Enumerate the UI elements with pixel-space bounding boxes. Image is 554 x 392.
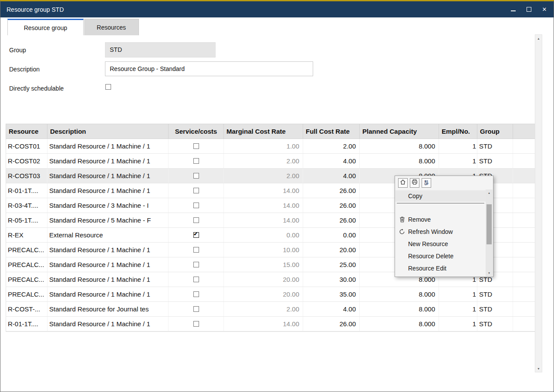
service-costs-checkbox[interactable] bbox=[193, 291, 199, 297]
description-input[interactable] bbox=[105, 61, 313, 76]
cell-marginal: 15.00 bbox=[224, 257, 303, 272]
cell-full: 25.00 bbox=[303, 257, 360, 272]
menu-item-label: Resource Edit bbox=[408, 265, 446, 272]
service-costs-checkbox[interactable] bbox=[193, 247, 199, 253]
service-costs-checkbox[interactable] bbox=[193, 306, 199, 312]
title-bar[interactable]: Resource group STD ✕ bbox=[0, 1, 554, 17]
menu-item-copy[interactable]: Copy bbox=[395, 190, 486, 202]
service-costs-checkbox[interactable] bbox=[193, 173, 199, 179]
menu-item-resource-edit[interactable]: Resource Edit bbox=[395, 262, 486, 274]
cell-service bbox=[169, 257, 224, 272]
cell-marginal: 2.00 bbox=[224, 169, 303, 183]
service-costs-checkbox[interactable] bbox=[193, 277, 199, 282]
close-button[interactable]: ✕ bbox=[541, 7, 547, 13]
table-row[interactable]: PRECALC...Standard Resource / 1 Machine … bbox=[6, 287, 539, 302]
cell-resource: R-COST02 bbox=[6, 154, 47, 168]
cell-empl: 1 bbox=[439, 139, 477, 153]
home-icon bbox=[400, 179, 406, 187]
menu-item-new-resource[interactable]: New Resource bbox=[395, 238, 486, 250]
service-costs-checkbox[interactable] bbox=[193, 321, 199, 327]
menu-item-refresh-window[interactable]: Refresh Window bbox=[395, 226, 486, 238]
menu-scroll-up-icon[interactable]: ▲ bbox=[486, 189, 493, 196]
cell-marginal: 14.00 bbox=[224, 183, 303, 198]
service-costs-checkbox[interactable] bbox=[193, 188, 199, 193]
cell-service bbox=[169, 213, 224, 227]
scroll-down-icon[interactable]: ▼ bbox=[535, 365, 542, 372]
cell-marginal: 2.00 bbox=[224, 154, 303, 168]
maximize-icon bbox=[527, 7, 531, 12]
vertical-scrollbar[interactable]: ▲ ▼ bbox=[535, 34, 542, 372]
cell-group: STD bbox=[477, 154, 513, 168]
service-costs-checkbox[interactable] bbox=[193, 262, 199, 267]
menu-item-label: New Resource bbox=[408, 240, 448, 247]
description-label: Description bbox=[9, 66, 40, 73]
cell-service bbox=[169, 317, 224, 331]
cell-marginal: 0.00 bbox=[224, 228, 303, 242]
column-header-empl-no[interactable]: Empl/No. bbox=[439, 124, 477, 139]
service-costs-checkbox[interactable] bbox=[193, 203, 199, 208]
refresh-icon bbox=[399, 228, 405, 235]
menu-scroll-thumb[interactable] bbox=[486, 204, 492, 244]
cell-full: 4.00 bbox=[303, 302, 360, 316]
menu-scroll-down-icon[interactable]: ▼ bbox=[486, 270, 493, 276]
b1up-button[interactable]: B1 UP bbox=[422, 178, 431, 188]
home-button[interactable] bbox=[398, 178, 408, 188]
cell-full: 4.00 bbox=[303, 169, 360, 183]
menu-item-resource-delete[interactable]: Resource Delete bbox=[395, 250, 486, 262]
trash-icon bbox=[399, 216, 405, 223]
service-costs-checkbox[interactable] bbox=[193, 232, 199, 238]
cell-description: Standard Resource / 3 Machine - I bbox=[47, 198, 169, 213]
column-header-resource[interactable]: Resource bbox=[6, 124, 47, 139]
cell-service bbox=[169, 228, 224, 242]
tab-resources[interactable]: Resources bbox=[84, 19, 139, 35]
directly-schedulable-checkbox[interactable] bbox=[105, 84, 111, 90]
cell-group: STD bbox=[477, 302, 513, 316]
cell-description: Standard Resource / 1 Machine / 1 bbox=[47, 169, 169, 183]
table-row[interactable]: R-COST-...Standard Resource for Journal … bbox=[6, 302, 539, 317]
cell-resource: R-01-1T.... bbox=[6, 183, 47, 198]
cell-full: 4.00 bbox=[303, 154, 360, 168]
scroll-up-icon[interactable]: ▲ bbox=[535, 35, 542, 42]
column-header-description[interactable]: Description bbox=[47, 124, 169, 139]
cell-capacity: 8.000 bbox=[360, 154, 439, 168]
column-header-service-costs[interactable]: Service/costs bbox=[169, 124, 224, 139]
cell-marginal: 10.00 bbox=[224, 243, 303, 257]
cell-description: Standard Resource / 1 Machine / 1 bbox=[47, 257, 169, 272]
maximize-button[interactable] bbox=[526, 7, 532, 13]
context-menu-scrollbar[interactable]: ▲ ▼ bbox=[486, 189, 493, 276]
print-icon bbox=[412, 179, 418, 187]
service-costs-checkbox[interactable] bbox=[193, 217, 199, 223]
cell-description: Standard Resource / 1 Machine / 1 bbox=[47, 287, 169, 301]
cell-resource: PRECALC... bbox=[6, 272, 47, 287]
cell-service bbox=[169, 198, 224, 213]
table-row[interactable]: R-01-1T....Standard Resource / 1 Machine… bbox=[6, 317, 539, 331]
column-header-full-cost-rate[interactable]: Full Cost Rate bbox=[303, 124, 360, 139]
cell-full: 30.00 bbox=[303, 272, 360, 287]
cell-resource: R-EX bbox=[6, 228, 47, 242]
print-button[interactable] bbox=[410, 178, 419, 188]
cell-resource: PRECALC... bbox=[6, 243, 47, 257]
cell-description: External Resource bbox=[47, 228, 169, 242]
table-row[interactable]: R-COST02Standard Resource / 1 Machine / … bbox=[6, 154, 539, 169]
cell-full: 2.00 bbox=[303, 139, 360, 153]
column-header-marginal-cost-rate[interactable]: Marginal Cost Rate bbox=[224, 124, 303, 139]
cell-full: 26.00 bbox=[303, 213, 360, 227]
cell-resource: R-COST03 bbox=[6, 169, 47, 183]
tab-resource-group[interactable]: Resource group bbox=[7, 19, 84, 35]
cell-description: Standard Resource / 1 Machine / 1 bbox=[47, 139, 169, 153]
cell-service bbox=[169, 154, 224, 168]
cell-resource: R-03-4T.... bbox=[6, 198, 47, 213]
menu-item-remove[interactable]: Remove bbox=[395, 213, 486, 226]
column-header-planned-capacity[interactable]: Planned Capacity bbox=[360, 124, 439, 139]
service-costs-checkbox[interactable] bbox=[193, 143, 199, 149]
menu-item-label: Resource Delete bbox=[408, 253, 453, 260]
table-header-row: ResourceDescriptionService/costsMarginal… bbox=[6, 124, 539, 139]
minimize-button[interactable] bbox=[510, 7, 516, 13]
table-row[interactable]: R-COST01Standard Resource / 1 Machine / … bbox=[6, 139, 539, 154]
window-title: Resource group STD bbox=[7, 6, 64, 13]
service-costs-checkbox[interactable] bbox=[193, 158, 199, 164]
cell-resource: R-COST-... bbox=[6, 302, 47, 316]
cell-marginal: 1.00 bbox=[224, 139, 303, 153]
column-header-group[interactable]: Group bbox=[477, 124, 513, 139]
cell-full: 35.00 bbox=[303, 287, 360, 301]
